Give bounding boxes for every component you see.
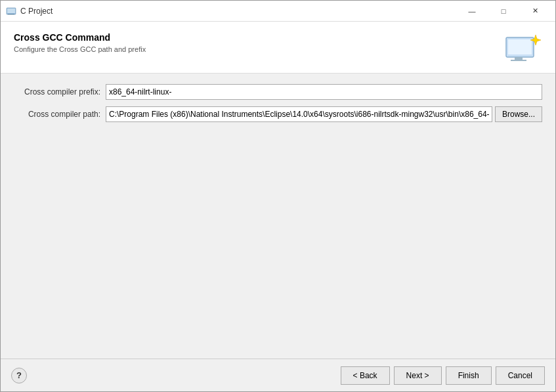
wizard-graphic <box>503 32 542 65</box>
browse-button[interactable]: Browse... <box>495 106 542 122</box>
footer-right: < Back Next > Finish Cancel <box>341 366 545 385</box>
header-icon <box>503 32 542 65</box>
minimize-button[interactable]: — <box>457 1 487 22</box>
footer-left: ? <box>11 368 27 383</box>
help-button[interactable]: ? <box>11 368 27 383</box>
header-section: Cross GCC Command Configure the Cross GC… <box>1 22 555 74</box>
back-button[interactable]: < Back <box>341 366 390 385</box>
path-input[interactable] <box>106 106 492 122</box>
window-controls: — □ ✕ <box>457 1 550 22</box>
title-bar-left: C Project <box>6 6 53 16</box>
window-title: C Project <box>20 7 53 16</box>
svg-rect-6 <box>511 60 526 61</box>
window: C Project — □ ✕ Cross GCC Command Config… <box>0 0 556 392</box>
header-text: Cross GCC Command Configure the Cross GC… <box>14 32 146 53</box>
footer: ? < Back Next > Finish Cancel <box>1 359 555 391</box>
path-row: Cross compiler path: Browse... <box>14 106 542 122</box>
page-subtitle: Configure the Cross GCC path and prefix <box>14 45 146 53</box>
prefix-row: Cross compiler prefix: <box>14 84 542 100</box>
app-icon <box>6 6 16 16</box>
svg-rect-4 <box>508 39 532 54</box>
title-bar: C Project — □ ✕ <box>1 1 555 22</box>
next-button[interactable]: Next > <box>394 366 442 385</box>
maximize-button[interactable]: □ <box>488 1 519 22</box>
svg-rect-5 <box>515 57 523 60</box>
cancel-button[interactable]: Cancel <box>496 366 545 385</box>
finish-button[interactable]: Finish <box>446 366 492 385</box>
prefix-input[interactable] <box>106 84 542 100</box>
path-label: Cross compiler path: <box>14 110 106 119</box>
content-area: Cross compiler prefix: Cross compiler pa… <box>1 74 555 359</box>
page-title: Cross GCC Command <box>14 32 146 43</box>
close-button[interactable]: ✕ <box>520 1 550 22</box>
svg-rect-2 <box>8 14 14 14</box>
prefix-label: Cross compiler prefix: <box>14 87 106 97</box>
svg-rect-1 <box>7 9 15 13</box>
